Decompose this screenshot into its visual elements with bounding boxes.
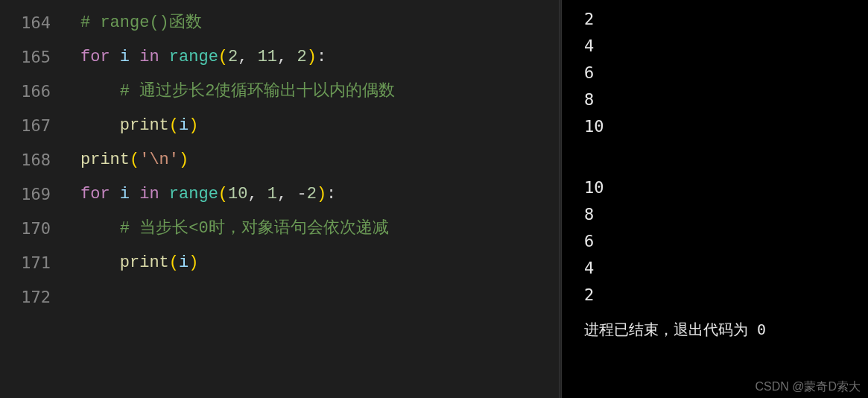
operator-token: - — [297, 185, 306, 203]
line-number: 170 — [0, 212, 67, 246]
output-line: 4 — [584, 33, 868, 60]
line-number: 164 — [0, 6, 67, 40]
line-number: 165 — [0, 40, 67, 75]
variable-token: i — [120, 48, 130, 66]
comment-token: # 当步长<0时，对象语句会依次递减 — [120, 219, 389, 238]
paren-token: ( — [169, 116, 179, 135]
comma-token: , — [247, 185, 267, 203]
line-number: 167 — [0, 109, 67, 143]
function-token: print — [120, 253, 169, 272]
code-content[interactable]: # range()函数 for i in range(2, 11, 2): # … — [67, 0, 559, 398]
code-line[interactable]: for i in range(10, 1, -2): — [80, 177, 559, 212]
comment-token: # 通过步长2使循环输出十以内的偶数 — [120, 82, 396, 101]
number-token: 2 — [307, 185, 317, 203]
code-line[interactable]: print(i) — [80, 109, 559, 143]
function-token: print — [80, 151, 130, 169]
output-line: 2 — [584, 282, 868, 309]
comma-token: , — [238, 48, 257, 66]
code-line[interactable]: # range()函数 — [80, 6, 559, 40]
paren-token: ) — [189, 253, 198, 272]
paren-token: ) — [179, 151, 189, 169]
function-token: print — [120, 116, 169, 135]
output-line: 6 — [584, 60, 868, 86]
code-line[interactable]: # 通过步长2使循环输出十以内的偶数 — [80, 75, 559, 109]
number-token: 1 — [267, 185, 277, 203]
line-number: 169 — [0, 177, 67, 212]
number-token: 10 — [228, 185, 247, 203]
line-number: 168 — [0, 143, 67, 177]
variable-token: i — [179, 116, 189, 135]
number-token: 2 — [228, 48, 238, 66]
keyword-token: in — [139, 185, 159, 203]
terminal-output[interactable]: 2 4 6 8 10 10 8 6 4 2 进程已结束，退出代码为 0 — [562, 0, 868, 398]
code-line[interactable]: print('\n') — [80, 143, 559, 177]
process-status: 进程已结束，退出代码为 0 — [584, 316, 868, 343]
paren-token: ) — [317, 185, 326, 203]
comma-token: , — [277, 185, 297, 203]
number-token: 11 — [258, 48, 277, 66]
output-line: 2 — [584, 6, 868, 33]
paren-token: ( — [130, 151, 139, 169]
paren-token: ) — [189, 116, 198, 135]
keyword-token: for — [80, 185, 110, 203]
line-number-gutter: 164 165 166 167 168 169 170 171 172 — [0, 0, 67, 398]
line-number: 171 — [0, 246, 67, 280]
paren-token: ) — [307, 48, 317, 66]
code-line[interactable]: for i in range(2, 11, 2): — [80, 40, 559, 75]
number-token: 2 — [297, 48, 306, 66]
paren-token: ( — [218, 48, 228, 66]
output-line: 4 — [584, 255, 868, 282]
comma-token: , — [277, 48, 297, 66]
string-token: '\n' — [139, 151, 179, 169]
line-number: 166 — [0, 75, 67, 109]
output-line: 10 — [584, 174, 868, 201]
keyword-token: for — [80, 48, 110, 66]
paren-token: ( — [218, 185, 228, 203]
colon-token: : — [317, 48, 326, 66]
code-line[interactable]: # 当步长<0时，对象语句会依次递减 — [80, 212, 559, 246]
paren-token: ( — [169, 253, 179, 272]
comment-token: # range()函数 — [80, 13, 202, 32]
keyword-token: in — [139, 48, 159, 66]
output-line: 8 — [584, 86, 868, 113]
colon-token: : — [326, 185, 336, 203]
code-line[interactable]: print(i) — [80, 246, 559, 280]
output-line: 6 — [584, 228, 868, 255]
output-line: 10 — [584, 113, 868, 140]
line-number: 172 — [0, 280, 67, 315]
code-editor[interactable]: 164 165 166 167 168 169 170 171 172 # ra… — [0, 0, 559, 398]
builtin-token: range — [169, 48, 218, 66]
variable-token: i — [120, 185, 130, 203]
variable-token: i — [179, 253, 189, 272]
watermark-text: CSDN @蒙奇D索大 — [755, 379, 861, 395]
builtin-token: range — [169, 185, 218, 203]
output-line: 8 — [584, 201, 868, 228]
